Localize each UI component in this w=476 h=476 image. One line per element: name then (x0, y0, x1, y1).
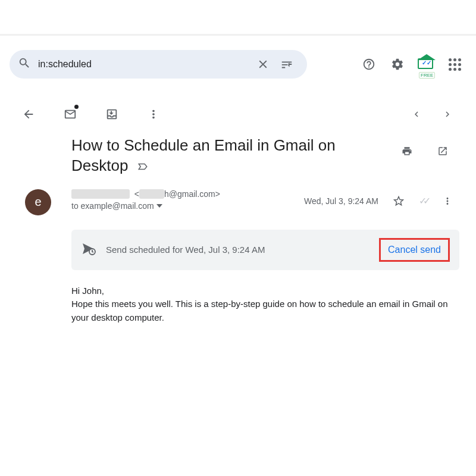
next-message-icon[interactable] (436, 102, 459, 126)
extension-icon[interactable]: ✓✓ FREE (414, 52, 438, 76)
mark-unread-icon[interactable] (58, 102, 82, 126)
settings-icon[interactable] (386, 52, 409, 76)
open-new-window-icon[interactable] (431, 139, 455, 163)
header-row: ✓✓ FREE (0, 50, 476, 79)
print-icon[interactable] (395, 139, 419, 163)
search-input[interactable] (37, 58, 251, 70)
recipient-line[interactable]: to example@mail.com (71, 201, 154, 211)
scheduled-send-bar: Send scheduled for Wed, Jul 3, 9:24 AM C… (71, 230, 459, 270)
search-options-icon[interactable] (275, 52, 299, 76)
email-body: Hi John, Hope this meets you well. This … (71, 284, 459, 325)
schedule-send-icon (81, 242, 96, 258)
star-icon[interactable] (387, 189, 411, 213)
scheduled-send-text: Send scheduled for Wed, Jul 3, 9:24 AM (106, 245, 369, 255)
body-greeting: Hi John, (71, 284, 459, 298)
body-paragraph: Hope this meets you well. This is a step… (71, 298, 459, 324)
help-icon[interactable] (357, 52, 381, 76)
label-chip-icon[interactable] (137, 161, 148, 172)
message-more-icon[interactable] (436, 189, 459, 213)
email-card: How to Schedule an Email in Gmail on Des… (0, 90, 476, 348)
sender-row: e xxxxxxxxxxxxxx <xxxxxxh@gmail.com> to … (17, 189, 459, 215)
read-receipt-icon: ✓✓ (419, 195, 427, 206)
sender-email: h@gmail.com (164, 189, 215, 199)
sender-name-redacted: xxxxxxxxxxxxxx (71, 189, 130, 199)
move-to-inbox-icon[interactable] (100, 102, 124, 126)
email-date: Wed, Jul 3, 9:24 AM (304, 196, 378, 206)
more-icon[interactable] (142, 102, 165, 126)
back-icon[interactable] (17, 102, 40, 126)
email-subject: How to Schedule an Email in Gmail on Des… (71, 136, 395, 176)
prev-message-icon[interactable] (405, 102, 428, 126)
clear-search-icon[interactable] (251, 52, 275, 76)
search-bar[interactable] (10, 50, 307, 79)
search-icon (18, 57, 31, 72)
show-details-icon[interactable] (156, 204, 162, 208)
cancel-send-button[interactable]: Cancel send (379, 238, 450, 262)
message-toolbar (17, 99, 459, 136)
top-spacer (0, 0, 476, 36)
apps-grid-icon[interactable] (443, 52, 466, 76)
sender-avatar[interactable]: e (25, 189, 51, 215)
